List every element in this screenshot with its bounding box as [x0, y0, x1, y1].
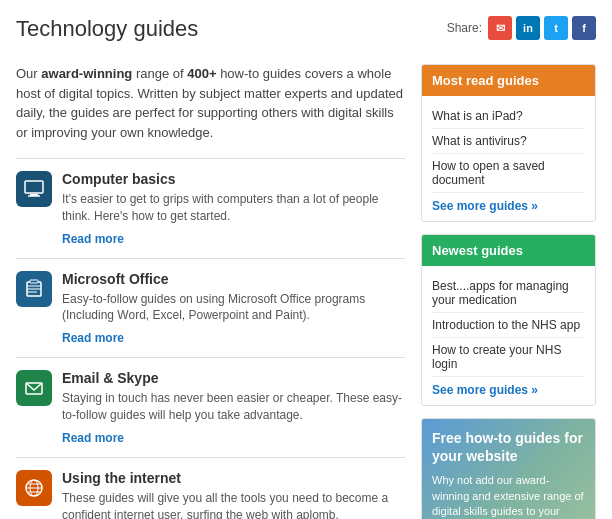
using-internet-title: Using the internet: [62, 470, 405, 486]
computer-basics-read-more[interactable]: Read more: [62, 232, 124, 246]
newest-link-1[interactable]: Best....apps for managing your medicatio…: [432, 274, 585, 313]
email-skype-content: Email & Skype Staying in touch has never…: [62, 370, 405, 445]
guide-item-microsoft-office: Microsoft Office Easy-to-follow guides o…: [16, 258, 405, 358]
share-area: Share: ✉ in t f: [447, 16, 596, 40]
most-read-link-1[interactable]: What is an iPad?: [432, 104, 585, 129]
newest-link-2[interactable]: Introduction to the NHS app: [432, 313, 585, 338]
free-guides-box: Free how-to guides for your website Why …: [421, 418, 596, 519]
share-facebook-button[interactable]: f: [572, 16, 596, 40]
main-layout: Our award-winning range of 400+ how-to g…: [16, 64, 596, 519]
intro-text: Our award-winning range of 400+ how-to g…: [16, 64, 405, 142]
newest-box: Newest guides Best....apps for managing …: [421, 234, 596, 406]
page-title: Technology guides: [16, 16, 198, 42]
newest-see-more[interactable]: See more guides »: [432, 377, 585, 397]
newest-body: Best....apps for managing your medicatio…: [422, 266, 595, 405]
most-read-link-3[interactable]: How to open a saved document: [432, 154, 585, 193]
email-skype-desc: Staying in touch has never been easier o…: [62, 390, 405, 424]
most-read-box: Most read guides What is an iPad? What i…: [421, 64, 596, 222]
email-skype-title: Email & Skype: [62, 370, 405, 386]
most-read-body: What is an iPad? What is antivirus? How …: [422, 96, 595, 221]
free-guides-bg: Free how-to guides for your website Why …: [422, 419, 595, 519]
newest-header: Newest guides: [422, 235, 595, 266]
svg-rect-0: [25, 181, 43, 193]
email-skype-read-more[interactable]: Read more: [62, 431, 124, 445]
using-internet-icon: [16, 470, 52, 506]
guide-item-email-skype: Email & Skype Staying in touch has never…: [16, 357, 405, 457]
share-label: Share:: [447, 21, 482, 35]
most-read-see-more[interactable]: See more guides »: [432, 193, 585, 213]
computer-basics-icon: [16, 171, 52, 207]
free-guides-title: Free how-to guides for your website: [432, 429, 585, 465]
using-internet-desc: These guides will give you all the tools…: [62, 490, 405, 519]
free-guides-desc: Why not add our award-winning and extens…: [432, 473, 585, 519]
email-skype-icon: [16, 370, 52, 406]
microsoft-office-content: Microsoft Office Easy-to-follow guides o…: [62, 271, 405, 346]
share-email-button[interactable]: ✉: [488, 16, 512, 40]
using-internet-content: Using the internet These guides will giv…: [62, 470, 405, 519]
computer-basics-content: Computer basics It's easier to get to gr…: [62, 171, 405, 246]
main-column: Our award-winning range of 400+ how-to g…: [16, 64, 405, 519]
sidebar: Most read guides What is an iPad? What i…: [421, 64, 596, 519]
guide-item-using-internet: Using the internet These guides will giv…: [16, 457, 405, 519]
computer-basics-desc: It's easier to get to grips with compute…: [62, 191, 405, 225]
microsoft-office-read-more[interactable]: Read more: [62, 331, 124, 345]
share-twitter-button[interactable]: t: [544, 16, 568, 40]
computer-basics-title: Computer basics: [62, 171, 405, 187]
guide-item-computer-basics: Computer basics It's easier to get to gr…: [16, 158, 405, 258]
microsoft-office-title: Microsoft Office: [62, 271, 405, 287]
share-linkedin-button[interactable]: in: [516, 16, 540, 40]
most-read-header: Most read guides: [422, 65, 595, 96]
microsoft-office-desc: Easy-to-follow guides on using Microsoft…: [62, 291, 405, 325]
newest-link-3[interactable]: How to create your NHS login: [432, 338, 585, 377]
microsoft-office-icon: [16, 271, 52, 307]
svg-rect-7: [30, 280, 38, 283]
most-read-link-2[interactable]: What is antivirus?: [432, 129, 585, 154]
